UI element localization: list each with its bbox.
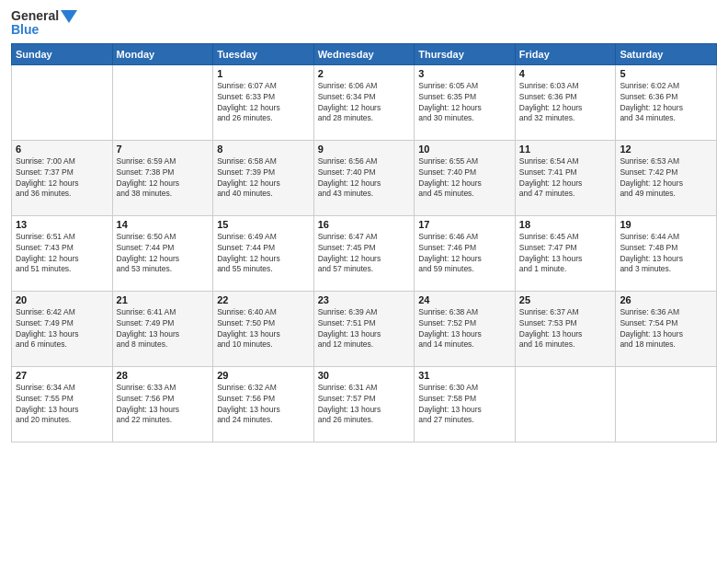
- weekday-header-saturday: Saturday: [616, 43, 717, 64]
- day-number: 12: [620, 144, 712, 155]
- day-number: 25: [519, 294, 612, 305]
- day-info: Sunrise: 6:58 AM Sunset: 7:39 PM Dayligh…: [217, 156, 310, 201]
- day-number: 9: [318, 144, 411, 155]
- calendar-cell: [616, 366, 717, 442]
- weekday-header-tuesday: Tuesday: [213, 43, 314, 64]
- weekday-header-wednesday: Wednesday: [313, 43, 415, 64]
- day-number: 28: [117, 370, 210, 381]
- day-number: 5: [620, 68, 712, 79]
- day-info: Sunrise: 6:44 AM Sunset: 7:48 PM Dayligh…: [620, 232, 712, 276]
- logo-text: General Blue: [11, 9, 77, 38]
- calendar-cell: 3Sunrise: 6:05 AM Sunset: 6:35 PM Daylig…: [415, 64, 516, 140]
- calendar-cell: 23Sunrise: 6:39 AM Sunset: 7:51 PM Dayli…: [313, 291, 415, 366]
- day-info: Sunrise: 6:59 AM Sunset: 7:38 PM Dayligh…: [117, 156, 210, 201]
- week-row-3: 13Sunrise: 6:51 AM Sunset: 7:43 PM Dayli…: [12, 215, 717, 291]
- day-info: Sunrise: 6:05 AM Sunset: 6:35 PM Dayligh…: [418, 81, 511, 125]
- day-info: Sunrise: 6:37 AM Sunset: 7:53 PM Dayligh…: [519, 307, 612, 351]
- day-number: 18: [519, 219, 612, 230]
- calendar-cell: 20Sunrise: 6:42 AM Sunset: 7:49 PM Dayli…: [12, 291, 113, 366]
- calendar-cell: 16Sunrise: 6:47 AM Sunset: 7:45 PM Dayli…: [313, 215, 415, 291]
- day-info: Sunrise: 6:47 AM Sunset: 7:45 PM Dayligh…: [318, 232, 411, 276]
- day-number: 11: [519, 144, 612, 155]
- day-info: Sunrise: 6:36 AM Sunset: 7:54 PM Dayligh…: [620, 307, 712, 351]
- day-info: Sunrise: 6:51 AM Sunset: 7:43 PM Dayligh…: [16, 232, 108, 276]
- calendar-cell: 7Sunrise: 6:59 AM Sunset: 7:38 PM Daylig…: [112, 140, 213, 215]
- week-row-5: 27Sunrise: 6:34 AM Sunset: 7:55 PM Dayli…: [12, 366, 717, 442]
- calendar-cell: 9Sunrise: 6:56 AM Sunset: 7:40 PM Daylig…: [313, 140, 415, 215]
- day-number: 29: [217, 370, 310, 381]
- day-number: 23: [318, 294, 411, 305]
- header: General Blue: [11, 9, 717, 38]
- calendar-cell: 4Sunrise: 6:03 AM Sunset: 6:36 PM Daylig…: [515, 64, 616, 140]
- calendar-cell: 21Sunrise: 6:41 AM Sunset: 7:49 PM Dayli…: [112, 291, 213, 366]
- day-number: 8: [217, 144, 310, 155]
- day-info: Sunrise: 6:40 AM Sunset: 7:50 PM Dayligh…: [217, 307, 310, 351]
- day-info: Sunrise: 6:02 AM Sunset: 6:36 PM Dayligh…: [620, 81, 712, 125]
- day-number: 2: [318, 68, 411, 79]
- calendar-cell: [112, 64, 213, 140]
- day-number: 19: [620, 219, 712, 230]
- calendar-cell: 12Sunrise: 6:53 AM Sunset: 7:42 PM Dayli…: [616, 140, 717, 215]
- week-row-2: 6Sunrise: 7:00 AM Sunset: 7:37 PM Daylig…: [12, 140, 717, 215]
- day-number: 27: [16, 370, 108, 381]
- day-info: Sunrise: 6:06 AM Sunset: 6:34 PM Dayligh…: [318, 81, 411, 125]
- day-info: Sunrise: 6:41 AM Sunset: 7:49 PM Dayligh…: [117, 307, 210, 351]
- calendar-cell: 28Sunrise: 6:33 AM Sunset: 7:56 PM Dayli…: [112, 366, 213, 442]
- day-info: Sunrise: 6:39 AM Sunset: 7:51 PM Dayligh…: [318, 307, 411, 351]
- calendar-cell: [12, 64, 113, 140]
- weekday-header-monday: Monday: [112, 43, 213, 64]
- day-number: 4: [519, 68, 612, 79]
- day-number: 22: [217, 294, 310, 305]
- day-info: Sunrise: 6:31 AM Sunset: 7:57 PM Dayligh…: [318, 383, 411, 427]
- day-number: 24: [418, 294, 511, 305]
- day-number: 1: [217, 68, 310, 79]
- calendar-cell: 15Sunrise: 6:49 AM Sunset: 7:44 PM Dayli…: [213, 215, 314, 291]
- calendar-cell: 24Sunrise: 6:38 AM Sunset: 7:52 PM Dayli…: [415, 291, 516, 366]
- calendar-cell: 8Sunrise: 6:58 AM Sunset: 7:39 PM Daylig…: [213, 140, 314, 215]
- day-info: Sunrise: 6:32 AM Sunset: 7:56 PM Dayligh…: [217, 383, 310, 427]
- weekday-header-friday: Friday: [515, 43, 616, 64]
- day-number: 17: [418, 219, 511, 230]
- page: General Blue SundayMondayTuesdayWednesda…: [0, 0, 728, 563]
- calendar-cell: 26Sunrise: 6:36 AM Sunset: 7:54 PM Dayli…: [616, 291, 717, 366]
- day-info: Sunrise: 6:03 AM Sunset: 6:36 PM Dayligh…: [519, 81, 612, 125]
- day-info: Sunrise: 6:33 AM Sunset: 7:56 PM Dayligh…: [117, 383, 210, 427]
- day-info: Sunrise: 6:54 AM Sunset: 7:41 PM Dayligh…: [519, 156, 612, 201]
- weekday-header-sunday: Sunday: [12, 43, 113, 64]
- day-info: Sunrise: 6:46 AM Sunset: 7:46 PM Dayligh…: [418, 232, 511, 276]
- day-info: Sunrise: 6:34 AM Sunset: 7:55 PM Dayligh…: [16, 383, 108, 427]
- day-info: Sunrise: 6:53 AM Sunset: 7:42 PM Dayligh…: [620, 156, 712, 201]
- day-number: 14: [117, 219, 210, 230]
- calendar-cell: 18Sunrise: 6:45 AM Sunset: 7:47 PM Dayli…: [515, 215, 616, 291]
- calendar-cell: 11Sunrise: 6:54 AM Sunset: 7:41 PM Dayli…: [515, 140, 616, 215]
- week-row-4: 20Sunrise: 6:42 AM Sunset: 7:49 PM Dayli…: [12, 291, 717, 366]
- weekday-header-row: SundayMondayTuesdayWednesdayThursdayFrid…: [12, 43, 717, 64]
- day-number: 26: [620, 294, 712, 305]
- day-info: Sunrise: 6:30 AM Sunset: 7:58 PM Dayligh…: [418, 383, 511, 427]
- day-number: 7: [117, 144, 210, 155]
- calendar-cell: 10Sunrise: 6:55 AM Sunset: 7:40 PM Dayli…: [415, 140, 516, 215]
- calendar-cell: 2Sunrise: 6:06 AM Sunset: 6:34 PM Daylig…: [313, 64, 415, 140]
- day-number: 31: [418, 370, 511, 381]
- day-info: Sunrise: 6:49 AM Sunset: 7:44 PM Dayligh…: [217, 232, 310, 276]
- calendar-cell: 6Sunrise: 7:00 AM Sunset: 7:37 PM Daylig…: [12, 140, 113, 215]
- day-number: 10: [418, 144, 511, 155]
- calendar-cell: [515, 366, 616, 442]
- day-number: 30: [318, 370, 411, 381]
- calendar-cell: 25Sunrise: 6:37 AM Sunset: 7:53 PM Dayli…: [515, 291, 616, 366]
- day-number: 20: [16, 294, 108, 305]
- day-info: Sunrise: 6:07 AM Sunset: 6:33 PM Dayligh…: [217, 81, 310, 125]
- calendar-cell: 13Sunrise: 6:51 AM Sunset: 7:43 PM Dayli…: [12, 215, 113, 291]
- calendar-cell: 17Sunrise: 6:46 AM Sunset: 7:46 PM Dayli…: [415, 215, 516, 291]
- day-info: Sunrise: 7:00 AM Sunset: 7:37 PM Dayligh…: [16, 156, 108, 201]
- weekday-header-thursday: Thursday: [415, 43, 516, 64]
- day-info: Sunrise: 6:50 AM Sunset: 7:44 PM Dayligh…: [117, 232, 210, 276]
- calendar-cell: 31Sunrise: 6:30 AM Sunset: 7:58 PM Dayli…: [415, 366, 516, 442]
- calendar-cell: 27Sunrise: 6:34 AM Sunset: 7:55 PM Dayli…: [12, 366, 113, 442]
- calendar-cell: 22Sunrise: 6:40 AM Sunset: 7:50 PM Dayli…: [213, 291, 314, 366]
- day-number: 16: [318, 219, 411, 230]
- svg-marker-0: [61, 10, 77, 23]
- calendar-cell: 29Sunrise: 6:32 AM Sunset: 7:56 PM Dayli…: [213, 366, 314, 442]
- calendar-cell: 5Sunrise: 6:02 AM Sunset: 6:36 PM Daylig…: [616, 64, 717, 140]
- logo: General Blue: [11, 9, 77, 38]
